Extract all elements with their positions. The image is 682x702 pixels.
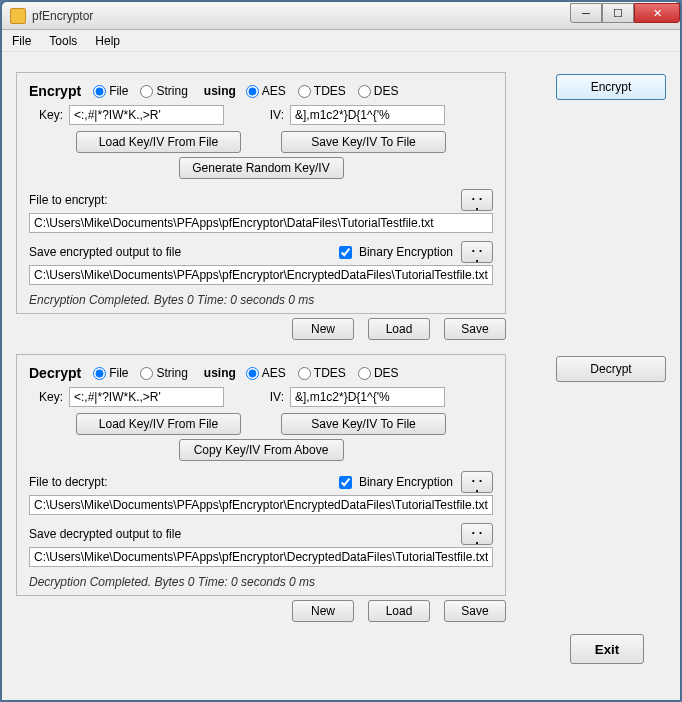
encrypt-algo-aes[interactable]: AES bbox=[246, 84, 286, 98]
decrypt-key-label: Key: bbox=[29, 390, 63, 404]
encrypt-load-kv-button[interactable]: Load Key/IV From File bbox=[76, 131, 241, 153]
encrypt-new-button[interactable]: New bbox=[292, 318, 354, 340]
close-button[interactable]: ✕ bbox=[634, 3, 680, 23]
encrypt-main-button[interactable]: Encrypt bbox=[556, 74, 666, 100]
decrypt-mode-string[interactable]: String bbox=[140, 366, 187, 380]
decrypt-iv-input[interactable] bbox=[290, 387, 445, 407]
decrypt-using-label: using bbox=[204, 366, 236, 380]
app-icon bbox=[10, 8, 26, 24]
window-controls: ─ ☐ ✕ bbox=[570, 2, 680, 23]
window-title: pfEncryptor bbox=[32, 9, 93, 23]
encrypt-output-browse-button[interactable]: . . . bbox=[461, 241, 493, 263]
decrypt-status: Decryption Completed. Bytes 0 Time: 0 se… bbox=[29, 575, 493, 589]
encrypt-file-label: File to encrypt: bbox=[29, 193, 453, 207]
titlebar: pfEncryptor ─ ☐ ✕ bbox=[2, 2, 680, 30]
decrypt-panel: Decrypt File String using AES TDES DES K… bbox=[16, 354, 506, 596]
encrypt-algo-tdes[interactable]: TDES bbox=[298, 84, 346, 98]
encrypt-panel: Encrypt File String using AES TDES DES K… bbox=[16, 72, 506, 314]
decrypt-key-input[interactable] bbox=[69, 387, 224, 407]
decrypt-title: Decrypt bbox=[29, 365, 81, 381]
decrypt-footer: New Load Save bbox=[16, 600, 506, 622]
decrypt-file-browse-button[interactable]: . . . bbox=[461, 471, 493, 493]
decrypt-iv-label: IV: bbox=[230, 390, 284, 404]
encrypt-iv-label: IV: bbox=[230, 108, 284, 122]
encrypt-mode-file[interactable]: File bbox=[93, 84, 128, 98]
decrypt-new-button[interactable]: New bbox=[292, 600, 354, 622]
decrypt-load-kv-button[interactable]: Load Key/IV From File bbox=[76, 413, 241, 435]
decrypt-copy-kv-button[interactable]: Copy Key/IV From Above bbox=[179, 439, 344, 461]
exit-button[interactable]: Exit bbox=[570, 634, 644, 664]
minimize-button[interactable]: ─ bbox=[570, 3, 602, 23]
encrypt-file-browse-button[interactable]: . . . bbox=[461, 189, 493, 211]
decrypt-file-input[interactable] bbox=[29, 495, 493, 515]
encrypt-save-button[interactable]: Save bbox=[444, 318, 506, 340]
encrypt-save-kv-button[interactable]: Save Key/IV To File bbox=[281, 131, 446, 153]
decrypt-save-kv-button[interactable]: Save Key/IV To File bbox=[281, 413, 446, 435]
encrypt-load-button[interactable]: Load bbox=[368, 318, 430, 340]
decrypt-file-label: File to decrypt: bbox=[29, 475, 327, 489]
decrypt-save-button[interactable]: Save bbox=[444, 600, 506, 622]
encrypt-status: Encryption Completed. Bytes 0 Time: 0 se… bbox=[29, 293, 493, 307]
decrypt-output-browse-button[interactable]: . . . bbox=[461, 523, 493, 545]
encrypt-iv-input[interactable] bbox=[290, 105, 445, 125]
decrypt-output-label: Save decrypted output to file bbox=[29, 527, 453, 541]
decrypt-main-button[interactable]: Decrypt bbox=[556, 356, 666, 382]
encrypt-binary-checkbox[interactable]: Binary Encryption bbox=[335, 243, 453, 262]
encrypt-key-input[interactable] bbox=[69, 105, 224, 125]
decrypt-algo-des[interactable]: DES bbox=[358, 366, 399, 380]
decrypt-mode-file[interactable]: File bbox=[93, 366, 128, 380]
encrypt-output-label: Save encrypted output to file bbox=[29, 245, 327, 259]
decrypt-binary-checkbox[interactable]: Binary Encryption bbox=[335, 473, 453, 492]
app-window: pfEncryptor ─ ☐ ✕ File Tools Help Encryp… bbox=[1, 1, 681, 701]
content-area: Encrypt File String using AES TDES DES K… bbox=[2, 52, 680, 700]
encrypt-output-input[interactable] bbox=[29, 265, 493, 285]
encrypt-algo-des[interactable]: DES bbox=[358, 84, 399, 98]
menu-tools[interactable]: Tools bbox=[49, 34, 77, 48]
decrypt-output-input[interactable] bbox=[29, 547, 493, 567]
encrypt-file-input[interactable] bbox=[29, 213, 493, 233]
encrypt-mode-string[interactable]: String bbox=[140, 84, 187, 98]
maximize-button[interactable]: ☐ bbox=[602, 3, 634, 23]
menu-file[interactable]: File bbox=[12, 34, 31, 48]
decrypt-algo-tdes[interactable]: TDES bbox=[298, 366, 346, 380]
decrypt-algo-aes[interactable]: AES bbox=[246, 366, 286, 380]
encrypt-footer: New Load Save bbox=[16, 318, 506, 340]
encrypt-title: Encrypt bbox=[29, 83, 81, 99]
menubar: File Tools Help bbox=[2, 30, 680, 52]
decrypt-load-button[interactable]: Load bbox=[368, 600, 430, 622]
encrypt-using-label: using bbox=[204, 84, 236, 98]
encrypt-gen-kv-button[interactable]: Generate Random Key/IV bbox=[179, 157, 344, 179]
encrypt-key-label: Key: bbox=[29, 108, 63, 122]
menu-help[interactable]: Help bbox=[95, 34, 120, 48]
